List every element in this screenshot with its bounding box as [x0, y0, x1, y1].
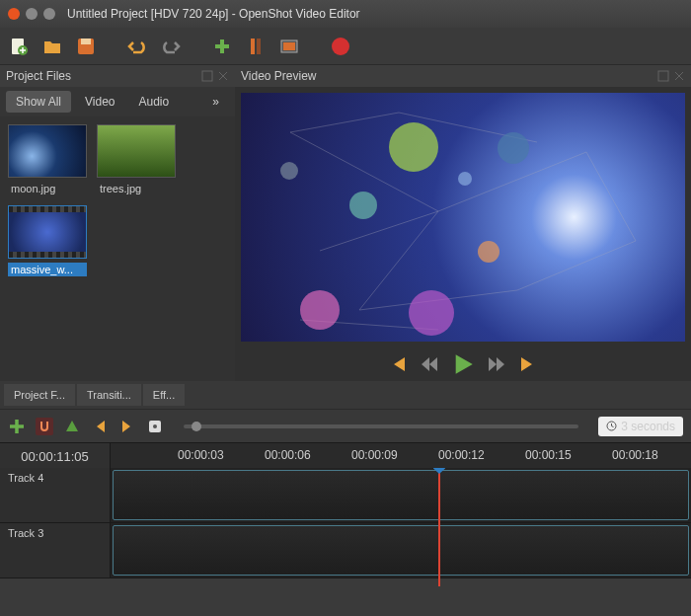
close-panel-icon[interactable] [217, 70, 229, 82]
window-maximize-icon[interactable] [43, 8, 55, 20]
video-preview-panel: Video Preview [235, 65, 691, 381]
tab-effects[interactable]: Eff... [143, 384, 185, 406]
track-lane[interactable] [113, 525, 689, 576]
undock-icon[interactable] [657, 70, 669, 82]
panel-title: Project Files [6, 69, 71, 83]
timeline-toolbar: 3 seconds [0, 409, 691, 442]
clock-icon [606, 421, 617, 431]
file-name: moon.jpg [8, 182, 87, 195]
playback-controls [235, 347, 691, 381]
svg-rect-10 [658, 71, 668, 81]
svg-rect-9 [202, 71, 212, 81]
svg-line-15 [586, 152, 636, 241]
new-project-icon[interactable] [8, 36, 30, 57]
svg-point-8 [332, 38, 349, 55]
svg-rect-3 [81, 38, 91, 44]
export-video-icon[interactable] [330, 36, 351, 57]
svg-line-18 [290, 113, 399, 132]
prev-marker-icon[interactable] [91, 418, 109, 435]
svg-line-17 [517, 241, 636, 290]
file-item-selected[interactable]: massive_w... [8, 205, 87, 276]
filter-video[interactable]: Video [75, 91, 124, 113]
jump-start-icon[interactable] [389, 355, 407, 373]
file-name: massive_w... [8, 263, 87, 276]
undock-icon[interactable] [201, 70, 213, 82]
play-icon[interactable] [452, 353, 474, 375]
redo-icon[interactable] [160, 36, 182, 57]
track-row[interactable]: Track 3 [0, 523, 691, 578]
titlebar: Untitled Project [HDV 720 24p] - OpenSho… [0, 0, 691, 28]
track-lane[interactable] [113, 470, 689, 520]
track-row[interactable]: Track 4 [0, 468, 691, 523]
svg-rect-7 [283, 42, 295, 50]
import-files-icon[interactable] [211, 36, 233, 57]
save-project-icon[interactable] [75, 36, 97, 57]
asset-tabs: Project F... Transiti... Eff... [0, 381, 691, 409]
jump-end-icon[interactable] [519, 355, 537, 373]
open-project-icon[interactable] [41, 36, 63, 57]
timeline-tracks[interactable]: Track 4 Track 3 [0, 468, 691, 586]
profile-icon[interactable] [245, 36, 267, 57]
filter-audio[interactable]: Audio [129, 91, 180, 113]
project-files-panel: Project Files Show All Video Audio » moo… [0, 65, 235, 381]
svg-rect-4 [251, 38, 255, 54]
playhead[interactable] [438, 468, 440, 586]
zoom-slider[interactable] [184, 424, 578, 428]
rewind-icon[interactable] [421, 355, 438, 373]
svg-point-22 [153, 424, 157, 428]
preview-viewport[interactable] [241, 93, 685, 342]
window-title: Untitled Project [HDV 720 24p] - OpenSho… [67, 7, 360, 21]
file-name: trees.jpg [97, 182, 176, 195]
svg-rect-5 [257, 38, 261, 54]
undo-icon[interactable] [126, 36, 148, 57]
filter-more[interactable]: » [202, 91, 229, 113]
razor-icon[interactable] [63, 418, 81, 435]
panel-title: Video Preview [241, 69, 317, 83]
file-filter-tabs: Show All Video Audio » [0, 87, 235, 116]
svg-line-16 [320, 211, 438, 251]
main-toolbar [0, 28, 691, 65]
track-header[interactable]: Track 4 [0, 468, 111, 522]
window-close-icon[interactable] [8, 8, 20, 20]
thumbnail-image [97, 124, 176, 178]
thumbnail-image [8, 205, 87, 259]
timeline-ruler[interactable]: 00:00:11:05 00:00:03 00:00:06 00:00:09 0… [0, 442, 691, 468]
file-item[interactable]: trees.jpg [97, 124, 176, 195]
panel-header: Project Files [0, 65, 235, 87]
add-track-icon[interactable] [8, 418, 26, 435]
current-timecode: 00:00:11:05 [0, 443, 111, 469]
center-playhead-icon[interactable] [146, 418, 164, 435]
ruler-marks: 00:00:03 00:00:06 00:00:09 00:00:12 00:0… [111, 443, 691, 468]
fast-forward-icon[interactable] [488, 355, 505, 373]
thumbnail-image [8, 124, 87, 178]
file-thumbnails: moon.jpg trees.jpg massive_w... [0, 116, 235, 381]
track-header[interactable]: Track 3 [0, 523, 111, 578]
window-minimize-icon[interactable] [26, 8, 38, 20]
file-item[interactable]: moon.jpg [8, 124, 87, 195]
close-panel-icon[interactable] [673, 70, 685, 82]
zoom-level-label: 3 seconds [598, 417, 683, 436]
fullscreen-icon[interactable] [278, 36, 300, 57]
filter-show-all[interactable]: Show All [6, 91, 71, 113]
snap-icon[interactable] [36, 418, 53, 435]
tab-project-files[interactable]: Project F... [4, 384, 75, 406]
next-marker-icon[interactable] [118, 418, 136, 435]
tab-transitions[interactable]: Transiti... [77, 384, 141, 406]
panel-header: Video Preview [235, 65, 691, 87]
